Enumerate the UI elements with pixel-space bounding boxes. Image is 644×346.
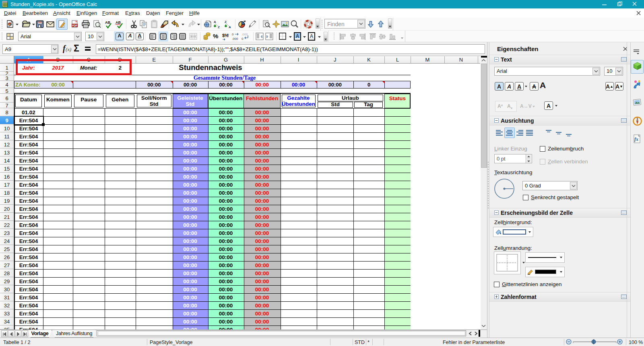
svg-text:.000: .000 xyxy=(232,37,238,41)
svg-text:A: A xyxy=(229,25,231,29)
svg-text:AB: AB xyxy=(116,21,121,25)
svg-text:N: N xyxy=(637,117,638,119)
svg-text:0: 0 xyxy=(232,33,234,36)
svg-text:.000: .000 xyxy=(242,33,248,36)
svg-text:A: A xyxy=(214,20,216,24)
svg-text:fx: fx xyxy=(634,136,638,142)
svg-text:Z: Z xyxy=(218,25,220,29)
svg-text:AB: AB xyxy=(105,21,110,25)
svg-text:Z: Z xyxy=(225,20,227,24)
svg-text:0: 0 xyxy=(242,37,244,41)
svg-text:PDF: PDF xyxy=(72,24,77,27)
svg-text:A: A xyxy=(296,33,299,39)
svg-text:A: A xyxy=(310,33,314,39)
svg-text:$%: $% xyxy=(222,33,229,38)
